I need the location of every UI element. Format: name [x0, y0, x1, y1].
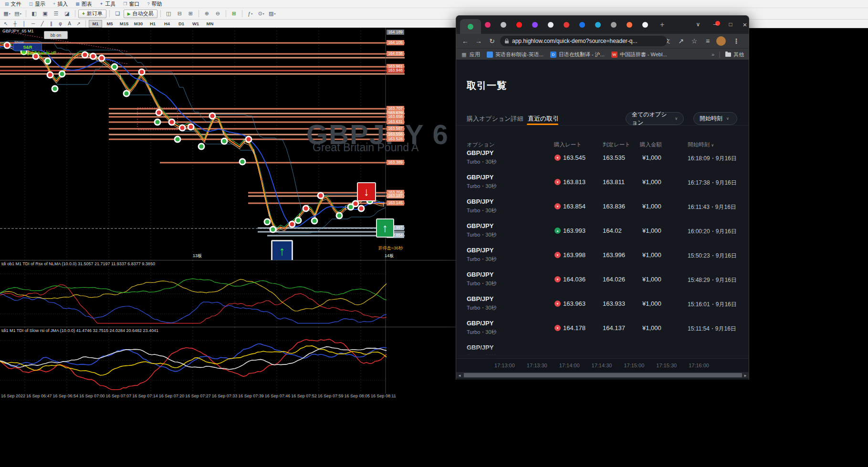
trade-row[interactable]: GBP/JPYTurbo・30秒▼163.854163.836¥1,00016:…: [456, 195, 749, 219]
menu-view[interactable]: ◫显示: [29, 0, 46, 8]
tab-favicon[interactable]: [579, 22, 585, 28]
trade-row[interactable]: GBP/JPYTurbo・30秒▼163.998163.996¥1,00015:…: [456, 243, 749, 268]
timeframe-m1[interactable]: M1: [89, 20, 102, 28]
tab-favicon[interactable]: [642, 22, 648, 28]
forward-button[interactable]: →: [472, 34, 485, 48]
new-chart-button[interactable]: ▦▾: [2, 9, 12, 19]
share-button[interactable]: ↗: [675, 34, 687, 48]
trade-row[interactable]: GBP/JPYTurbo・30秒▼163.963163.933¥1,00015:…: [456, 292, 749, 316]
main-price-chart[interactable]: GBPJPY_65 M1 GBPJPY 6 Great Britain Poun…: [0, 28, 456, 260]
scroll-left-arrow[interactable]: ◂: [456, 372, 463, 378]
fibonacci-tool[interactable]: φ: [56, 20, 64, 27]
tab-recent-trades[interactable]: 直近の取引: [528, 114, 559, 123]
mogalef-bands-toggle[interactable]: Mogalef Bands-off: [21, 51, 56, 55]
active-browser-tab[interactable]: [460, 19, 481, 34]
other-bookmarks-folder[interactable]: 其他: [725, 51, 744, 58]
trade-row[interactable]: GBP/JPYTurbo・30秒▼164.036164.026¥1,00015:…: [456, 268, 749, 292]
crosshair-tool[interactable]: ┼: [11, 20, 19, 27]
horizontal-scrollbar[interactable]: ◂ ▸: [456, 372, 749, 378]
grid-button[interactable]: ⊞: [229, 9, 239, 19]
timeframe-h4[interactable]: H4: [160, 20, 174, 28]
bookmark-item[interactable]: W中国語辞書 - Webl...: [611, 51, 667, 58]
data-window-button[interactable]: ▣: [40, 9, 50, 19]
minimize-button[interactable]: ─: [708, 16, 722, 33]
apps-shortcut[interactable]: ▦应用: [461, 51, 480, 58]
tab-favicon[interactable]: [564, 22, 569, 28]
scrollbar-thumb[interactable]: [464, 373, 742, 377]
menu-charts[interactable]: ▦图表: [75, 0, 92, 8]
indicator-pane-tdi-2[interactable]: tdi1 M1 TDI of Slow rsi of JMA (10.0.0) …: [0, 327, 456, 394]
market-watch-button[interactable]: ◧: [29, 9, 39, 19]
arrange-windows-button[interactable]: ⊞: [186, 9, 196, 19]
bookmark-star-button[interactable]: ☆: [688, 34, 701, 48]
trade-row[interactable]: GBP/JPYTurbo・30秒▼163.813163.811¥1,00016:…: [456, 170, 749, 195]
menu-tools[interactable]: ✦工具: [100, 0, 116, 8]
close-button[interactable]: ×: [738, 16, 749, 33]
option-filter-dropdown[interactable]: 全てのオプション∨: [626, 112, 684, 125]
terminal-button[interactable]: ◪: [62, 9, 72, 19]
tab-favicon[interactable]: [627, 22, 632, 28]
start-time-sort-dropdown[interactable]: 開始時刻∨: [693, 112, 737, 125]
menu-insert[interactable]: +插入: [53, 0, 68, 8]
col-header-start-time[interactable]: 開始時刻 ∨: [688, 141, 714, 148]
bb-toggle-button[interactable]: bb on: [44, 31, 68, 39]
timeframe-d1[interactable]: D1: [175, 20, 188, 28]
text-tool[interactable]: A: [65, 20, 73, 27]
tab-favicon[interactable]: [516, 22, 522, 28]
menu-help[interactable]: ?帮助: [147, 0, 162, 8]
tab-favicon[interactable]: [485, 22, 491, 28]
indicator-canvas[interactable]: [0, 260, 456, 327]
autotrading-button[interactable]: ▶自动交易: [124, 10, 157, 18]
trade-row[interactable]: GBP/JPYTurbo・30秒▼163.545163.535¥1,00016:…: [456, 151, 749, 170]
timeframe-w1[interactable]: W1: [189, 20, 202, 28]
menu-window[interactable]: ❐窗口: [123, 0, 139, 8]
cursor-tool[interactable]: ↖: [2, 20, 10, 27]
profiles-button[interactable]: ▤▾: [13, 9, 23, 19]
tab-search-button[interactable]: ∨: [691, 16, 705, 33]
timeframe-m15[interactable]: M15: [117, 20, 131, 28]
timeframe-m5[interactable]: M5: [103, 20, 116, 28]
tab-favicon[interactable]: [548, 22, 554, 28]
bookmark-item[interactable]: 英语音标朗读-英语...: [487, 51, 544, 58]
trade-row[interactable]: GBP/JPYTurbo・30秒▼164.178164.137¥1,00015:…: [456, 316, 749, 341]
timeframe-mn[interactable]: MN: [203, 20, 217, 28]
trade-list[interactable]: GBP/JPYTurbo・30秒▼163.545163.535¥1,00016:…: [456, 151, 749, 358]
bookmark-item[interactable]: D日语在线翻译 - 沪...: [550, 51, 605, 58]
menu-file[interactable]: ▤文件: [5, 0, 21, 8]
indicators-button[interactable]: ƒ▾: [245, 9, 255, 19]
timeframe-h1[interactable]: H1: [146, 20, 159, 28]
indicator-pane-tdi-1[interactable]: tdi ob1 M1 TDI of Rsx of NLMA (10.0.0) 3…: [0, 260, 456, 327]
maximize-button[interactable]: □: [723, 16, 738, 33]
timeframe-m30[interactable]: M30: [132, 20, 145, 28]
reload-button[interactable]: ↻: [486, 34, 498, 48]
chart-window-button[interactable]: ❏: [113, 9, 123, 19]
zoom-in-button[interactable]: ⊕: [202, 9, 212, 19]
scroll-right-arrow[interactable]: ▸: [742, 372, 749, 378]
bookmarks-overflow-button[interactable]: »: [711, 52, 714, 57]
trendline-tool[interactable]: ╱: [38, 20, 46, 27]
tab-favicon[interactable]: [595, 22, 601, 28]
back-button[interactable]: ←: [459, 34, 471, 48]
horizontal-line-tool[interactable]: ─: [29, 20, 37, 27]
navigator-button[interactable]: ☰: [51, 9, 61, 19]
sr-toggle-button[interactable]: S&R: [13, 43, 42, 51]
periods-button[interactable]: ⊙▾: [256, 9, 266, 19]
url-text[interactable]: app.highlow.com/quick-demo?source=header…: [512, 38, 638, 44]
new-tab-button[interactable]: +: [660, 21, 664, 29]
tab-option-details[interactable]: 購入オプション詳細: [467, 114, 523, 123]
channel-tool[interactable]: ∥: [47, 20, 55, 27]
trade-row[interactable]: GBP/JPYTurbo・30秒▲163.993164.02¥1,00016:0…: [456, 219, 749, 243]
new-order-button[interactable]: +新订单: [78, 10, 106, 18]
cascade-windows-button[interactable]: ⊟: [175, 9, 185, 19]
reading-list-button[interactable]: ≡: [701, 34, 714, 48]
profile-avatar[interactable]: [716, 36, 726, 46]
tab-favicon[interactable]: [611, 22, 617, 28]
templates-button[interactable]: ▨▾: [267, 9, 277, 19]
zoom-out-button[interactable]: ⊖: [213, 9, 223, 19]
arrow-tool[interactable]: ↗: [74, 20, 83, 27]
tab-favicon[interactable]: [501, 22, 506, 28]
browser-menu-button[interactable]: ⋮: [730, 34, 743, 48]
tab-favicon[interactable]: [532, 22, 538, 28]
tile-windows-button[interactable]: ◫: [164, 9, 174, 19]
address-bar[interactable]: app.highlow.com/quick-demo?source=header…: [500, 36, 667, 46]
